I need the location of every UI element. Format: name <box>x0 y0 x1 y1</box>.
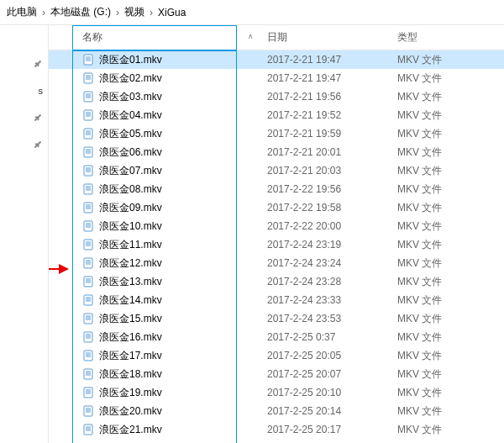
file-date: 2017-2-21 19:59 <box>267 128 397 140</box>
file-name: 浪医金10.mkv <box>99 219 162 234</box>
file-row[interactable]: 浪医金10.mkv2017-2-22 20:00MKV 文件 <box>49 217 504 235</box>
file-icon <box>82 331 94 343</box>
file-type: MKV 文件 <box>397 182 504 197</box>
svg-rect-12 <box>84 110 92 120</box>
file-row[interactable]: 浪医金11.mkv2017-2-24 23:19MKV 文件 <box>49 235 504 254</box>
svg-rect-80 <box>84 425 92 435</box>
file-row[interactable]: 浪医金21.mkv2017-2-25 20:17MKV 文件 <box>49 420 504 439</box>
file-name-cell: 浪医金12.mkv <box>49 256 267 271</box>
file-name: 浪医金18.mkv <box>99 367 162 382</box>
file-icon <box>82 239 94 251</box>
file-name-cell: 浪医金06.mkv <box>49 145 267 160</box>
svg-rect-44 <box>84 258 92 268</box>
file-icon <box>82 387 94 398</box>
file-row[interactable]: 浪医金20.mkv2017-2-25 20:14MKV 文件 <box>49 402 504 420</box>
file-name-cell: 浪医金09.mkv <box>49 201 267 215</box>
breadcrumb-part[interactable]: XiGua <box>158 7 186 18</box>
file-icon <box>82 128 94 140</box>
file-name: 浪医金14.mkv <box>99 293 162 308</box>
file-row[interactable]: 浪医金09.mkv2017-2-22 19:58MKV 文件 <box>49 198 504 217</box>
file-row[interactable]: 浪医金13.mkv2017-2-24 23:28MKV 文件 <box>49 272 504 291</box>
file-name: 浪医金09.mkv <box>99 201 162 215</box>
file-name: 浪医金17.mkv <box>99 349 162 363</box>
file-icon <box>82 368 94 380</box>
svg-rect-76 <box>84 406 92 416</box>
column-headers[interactable]: 名称 ∧ 日期 类型 <box>49 25 504 50</box>
file-row[interactable]: 浪医金07.mkv2017-2-21 20:03MKV 文件 <box>49 161 504 180</box>
svg-rect-16 <box>84 129 92 139</box>
file-row[interactable]: 浪医金16.mkv2017-2-25 0:37MKV 文件 <box>49 328 504 346</box>
file-list[interactable]: 浪医金01.mkv2017-2-21 19:47MKV 文件浪医金02.mkv2… <box>49 50 504 443</box>
file-date: 2017-2-24 23:33 <box>267 294 397 306</box>
file-type: MKV 文件 <box>397 71 504 86</box>
file-icon <box>82 276 94 287</box>
file-row[interactable]: 浪医金02.mkv2017-2-21 19:47MKV 文件 <box>49 69 504 87</box>
file-type: MKV 文件 <box>397 312 504 326</box>
breadcrumb[interactable]: 此电脑 › 本地磁盘 (G:) › 视频 › XiGua <box>0 0 504 25</box>
file-name: 浪医金11.mkv <box>99 238 162 252</box>
file-row[interactable]: 浪医金04.mkv2017-2-21 19:52MKV 文件 <box>49 106 504 124</box>
breadcrumb-part[interactable]: 本地磁盘 (G:) <box>50 5 111 19</box>
file-date: 2017-2-21 19:47 <box>267 54 397 66</box>
file-row[interactable]: 浪医金05.mkv2017-2-21 19:59MKV 文件 <box>49 124 504 143</box>
file-icon <box>82 424 94 435</box>
file-name: 浪医金12.mkv <box>99 256 162 271</box>
file-icon <box>82 257 94 269</box>
header-type[interactable]: 类型 <box>397 30 504 45</box>
sort-indicator-icon: ∧ <box>248 32 254 40</box>
breadcrumb-part[interactable]: 此电脑 <box>7 5 37 19</box>
breadcrumb-part[interactable]: 视频 <box>124 5 144 19</box>
file-type: MKV 文件 <box>397 53 504 67</box>
file-date: 2017-2-24 23:28 <box>267 276 397 287</box>
file-date: 2017-2-22 20:00 <box>267 220 397 232</box>
file-row[interactable]: 浪医金01.mkv2017-2-21 19:47MKV 文件 <box>49 50 504 69</box>
file-name-cell: 浪医金17.mkv <box>49 349 267 363</box>
file-type: MKV 文件 <box>397 275 504 289</box>
file-name-cell: 浪医金02.mkv <box>49 71 267 86</box>
file-row[interactable]: 浪医金19.mkv2017-2-25 20:10MKV 文件 <box>49 383 504 402</box>
file-row[interactable]: 浪医金06.mkv2017-2-21 20:01MKV 文件 <box>49 143 504 161</box>
file-date: 2017-2-21 20:03 <box>267 165 397 177</box>
file-icon <box>82 294 94 306</box>
file-name: 浪医金07.mkv <box>99 164 162 178</box>
file-icon <box>82 202 94 214</box>
file-name: 浪医金08.mkv <box>99 182 162 197</box>
sidebar-label: s <box>39 86 44 96</box>
file-row[interactable]: 浪医金08.mkv2017-2-22 19:56MKV 文件 <box>49 180 504 198</box>
file-icon <box>82 183 94 195</box>
file-name: 浪医金02.mkv <box>99 71 162 86</box>
file-icon <box>82 72 94 84</box>
file-type: MKV 文件 <box>397 108 504 123</box>
file-row[interactable]: 浪医金18.mkv2017-2-25 20:07MKV 文件 <box>49 365 504 383</box>
file-name: 浪医金04.mkv <box>99 108 162 123</box>
svg-rect-8 <box>84 92 92 102</box>
file-row[interactable]: 浪医金14.mkv2017-2-24 23:33MKV 文件 <box>49 291 504 309</box>
file-type: MKV 文件 <box>397 256 504 271</box>
file-date: 2017-2-21 20:01 <box>267 146 397 158</box>
pin-icon <box>31 138 45 152</box>
file-date: 2017-2-21 19:56 <box>267 91 397 103</box>
file-date: 2017-2-25 20:17 <box>267 424 397 435</box>
sidebar: s <box>0 25 49 443</box>
file-row[interactable]: 浪医金12.mkv2017-2-24 23:24MKV 文件 <box>49 254 504 272</box>
file-row[interactable]: 浪医金03.mkv2017-2-21 19:56MKV 文件 <box>49 87 504 106</box>
file-name-cell: 浪医金10.mkv <box>49 219 267 234</box>
file-icon <box>82 54 94 66</box>
file-type: MKV 文件 <box>397 90 504 104</box>
breadcrumb-sep: › <box>150 7 153 18</box>
file-name: 浪医金16.mkv <box>99 330 162 345</box>
file-row[interactable]: 浪医金17.mkv2017-2-25 20:05MKV 文件 <box>49 346 504 365</box>
svg-rect-20 <box>84 147 92 157</box>
file-name-cell: 浪医金07.mkv <box>49 164 267 178</box>
file-date: 2017-2-21 19:52 <box>267 109 397 121</box>
svg-rect-60 <box>84 332 92 342</box>
header-name[interactable]: 名称 ∧ <box>49 30 267 45</box>
file-name-cell: 浪医金21.mkv <box>49 423 267 437</box>
header-date[interactable]: 日期 <box>267 30 397 45</box>
file-date: 2017-2-25 20:07 <box>267 368 397 380</box>
svg-rect-24 <box>84 166 92 176</box>
file-date: 2017-2-25 0:37 <box>267 331 397 343</box>
file-row[interactable]: 浪医金15.mkv2017-2-24 23:53MKV 文件 <box>49 309 504 328</box>
file-type: MKV 文件 <box>397 330 504 345</box>
file-type: MKV 文件 <box>397 219 504 234</box>
